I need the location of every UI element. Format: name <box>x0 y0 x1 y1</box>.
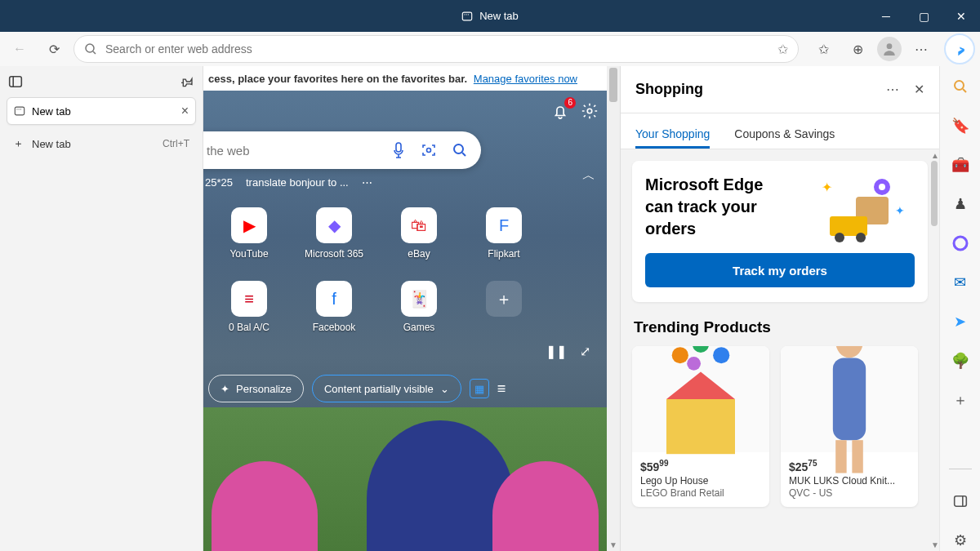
close-window-button[interactable]: ✕ <box>942 0 980 32</box>
quick-link-1[interactable]: 25*25 <box>205 176 233 189</box>
tile-icon: 🛍 <box>401 207 437 243</box>
image-search-icon[interactable] <box>421 142 437 158</box>
rail-shopping-icon[interactable]: 🔖 <box>950 115 971 136</box>
expand-background-icon[interactable]: ⤢ <box>580 344 590 359</box>
pause-background-icon[interactable]: ❚❚ <box>546 344 567 359</box>
shopping-scroll-up[interactable]: ▲ <box>931 151 939 160</box>
page-settings-button[interactable] <box>581 102 599 120</box>
svg-point-8 <box>454 144 463 153</box>
rail-games-icon[interactable]: ♟ <box>950 193 971 215</box>
svg-rect-17 <box>666 399 735 454</box>
shopping-scroll-thumb[interactable] <box>931 161 938 226</box>
quick-link-2[interactable]: translate bonjour to ... <box>246 176 349 189</box>
address-bar[interactable]: ✩ <box>74 35 799 63</box>
browser-toolbar: ← ⟳ ✩ ✩ ⊕ ⋯ <box>0 32 980 66</box>
scroll-thumb[interactable] <box>609 68 617 102</box>
minimize-button[interactable]: ─ <box>867 0 905 32</box>
notification-badge: 6 <box>564 97 576 109</box>
product-card[interactable]: $2575 MUK LUKS Cloud Knit... QVC - US <box>781 346 918 507</box>
news-feed-image[interactable] <box>203 407 607 551</box>
track-orders-button[interactable]: Track my orders <box>645 253 915 287</box>
scroll-down-arrow[interactable]: ▼ <box>607 538 620 551</box>
quick-tile[interactable]: fFacebook <box>292 270 376 344</box>
tile-label: YouTube <box>229 248 268 260</box>
svg-text:✦: ✦ <box>822 180 832 194</box>
quick-tile[interactable]: 🛍eBay <box>376 197 461 270</box>
collections-button[interactable]: ⊕ <box>843 34 872 64</box>
svg-point-23 <box>835 346 863 358</box>
vertical-tab-active[interactable]: New tab × <box>7 97 196 125</box>
personalize-button[interactable]: ✦ Personalize <box>208 375 304 402</box>
svg-point-1 <box>86 44 94 52</box>
product-image <box>781 346 918 452</box>
svg-text:✦: ✦ <box>895 204 905 217</box>
trending-title: Trending Products <box>634 318 926 336</box>
svg-point-11 <box>835 233 844 242</box>
collapse-chevron-icon[interactable]: ︿ <box>582 167 595 184</box>
svg-rect-4 <box>15 107 24 115</box>
content-scrollbar[interactable]: ▲ ▼ <box>607 66 620 551</box>
quick-tiles: ▶YouTube◆Microsoft 365🛍eBayFFlipkart≡0 B… <box>207 197 546 344</box>
bing-discover-button[interactable] <box>944 33 975 64</box>
tile-icon: f <box>316 281 352 317</box>
content-visibility-toggle[interactable]: Content partially visible ⌄ <box>312 375 461 402</box>
shopping-close-button[interactable]: ✕ <box>914 82 924 97</box>
rail-send-icon[interactable]: ➤ <box>950 311 971 332</box>
manage-favorites-link[interactable]: Manage favorites now <box>474 73 577 85</box>
rail-copilot-icon[interactable] <box>950 233 971 254</box>
profile-button[interactable] <box>877 37 902 61</box>
favorites-bar-hint: cess, place your favorites here on the f… <box>203 66 607 91</box>
quick-tile[interactable]: ≡0 Bal A/C <box>207 270 292 344</box>
new-tab-button[interactable]: ＋ New tab Ctrl+T <box>7 130 196 158</box>
maximize-button[interactable]: ▢ <box>905 0 942 32</box>
shopping-scroll-down[interactable]: ▼ <box>931 540 939 549</box>
shopping-title: Shopping <box>635 81 703 98</box>
trending-products-row: $5999 Lego Up House LEGO Brand Retail $2… <box>632 346 928 507</box>
layout-grid-button[interactable]: ▦ <box>470 379 489 398</box>
rail-outlook-icon[interactable]: ✉ <box>950 272 971 293</box>
product-card[interactable]: $5999 Lego Up House LEGO Brand Retail <box>632 346 769 507</box>
back-button[interactable]: ← <box>5 34 34 64</box>
layout-list-button[interactable]: ≡ <box>497 380 506 398</box>
favorite-star-icon[interactable]: ✩ <box>777 42 788 57</box>
add-tile-button[interactable]: ＋ <box>461 270 546 344</box>
rail-tools-icon[interactable]: 🧰 <box>950 154 971 176</box>
quick-tile[interactable]: 🃏Games <box>376 270 461 344</box>
quick-tile[interactable]: FFlipkart <box>461 197 546 270</box>
quick-tile[interactable]: ◆Microsoft 365 <box>292 197 376 270</box>
tab-your-shopping[interactable]: Your Shopping <box>635 127 710 149</box>
shopping-more-button[interactable]: ⋯ <box>886 82 899 97</box>
rail-tree-icon[interactable]: 🌳 <box>950 350 971 371</box>
address-input[interactable] <box>105 42 769 56</box>
close-tab-button[interactable]: × <box>181 104 189 118</box>
svg-point-2 <box>887 43 893 49</box>
track-illustration: ✦✦ <box>817 177 906 242</box>
rail-panel-icon[interactable] <box>950 491 971 512</box>
tabs-panel-icon[interactable] <box>8 74 23 89</box>
svg-rect-0 <box>462 12 471 20</box>
right-sidebar: 🔖 🧰 ♟ ✉ ➤ 🌳 ＋ ⚙ <box>939 66 980 551</box>
product-price: $2575 <box>789 459 910 473</box>
favorites-button[interactable]: ✩ <box>808 34 838 64</box>
product-store: QVC - US <box>789 487 910 499</box>
notifications-button[interactable]: 6 <box>551 102 569 120</box>
quick-more-icon[interactable]: ⋯ <box>362 176 372 189</box>
rail-search-icon[interactable] <box>950 76 971 97</box>
tile-label: 0 Bal A/C <box>229 322 270 333</box>
vertical-tabs-sidebar: New tab × ＋ New tab Ctrl+T <box>0 66 203 551</box>
refresh-button[interactable]: ⟳ <box>39 34 69 64</box>
plus-icon: ＋ <box>486 281 522 317</box>
rail-add-icon[interactable]: ＋ <box>950 389 971 411</box>
more-menu-button[interactable]: ⋯ <box>906 34 936 64</box>
svg-point-14 <box>879 184 885 190</box>
new-tab-page: cess, place your favorites here on the f… <box>203 66 621 551</box>
pin-icon[interactable] <box>181 75 194 88</box>
product-image <box>632 346 769 452</box>
search-submit-icon[interactable] <box>452 142 468 158</box>
quick-tile[interactable]: ▶YouTube <box>207 197 292 270</box>
voice-search-icon[interactable] <box>391 142 406 158</box>
tab-coupons[interactable]: Coupons & Savings <box>734 127 835 149</box>
tile-icon: ◆ <box>316 207 352 243</box>
ntp-search-box[interactable]: the web <box>203 131 481 169</box>
rail-settings-icon[interactable]: ⚙ <box>950 530 971 551</box>
